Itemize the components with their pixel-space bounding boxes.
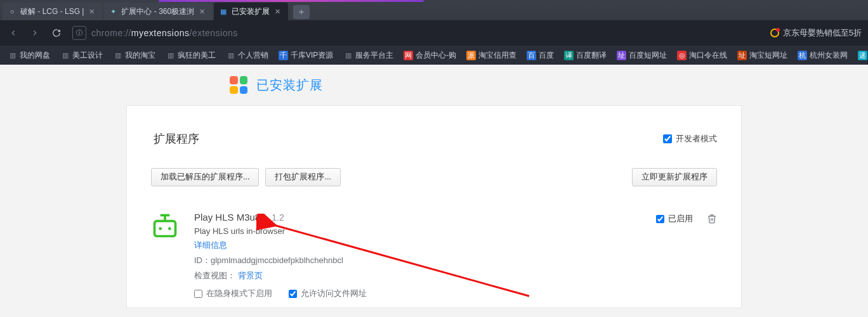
site-icon: 网 xyxy=(404,51,413,60)
promo-text: 京东母婴热销低至5折 xyxy=(783,27,862,39)
site-icon: 千 xyxy=(279,51,288,60)
bookmark-item[interactable]: 址淘宝短网址 xyxy=(733,48,791,63)
section-header: 扩展程序 开发者模式 xyxy=(151,131,717,146)
bookmarks-bar: ▥我的网盘▥美工设计▥我的淘宝▥疯狂的美工▥个人营销千千库VIP资源▥服务平台主… xyxy=(0,46,868,65)
browser-chrome: ○ 破解 - LCG - LSG | ✕ ✦ 扩展中心 - 360极速浏 ✕ ▦… xyxy=(0,0,868,65)
url-host: myextensions xyxy=(131,28,190,38)
incognito-toggle[interactable]: 在隐身模式下启用 xyxy=(194,288,272,299)
forward-button[interactable] xyxy=(27,25,43,41)
extensions-panel: 扩展程序 开发者模式 加载已解压的扩展程序... 打包扩展程序... 立即更新扩… xyxy=(126,105,742,308)
site-icon: 百 xyxy=(527,51,536,60)
bookmark-item[interactable]: 派淘宝信用查 xyxy=(463,48,520,63)
bookmark-item[interactable]: 址百度短网址 xyxy=(613,48,671,63)
id-value: glpmlmaddgjmccbidefpkblhchehnbcl xyxy=(211,256,343,265)
delete-icon[interactable] xyxy=(707,213,717,224)
extension-description: Play HLS urls in-browser xyxy=(194,226,600,236)
bookmark-label: 淘宝信用查 xyxy=(478,50,516,61)
close-icon[interactable]: ✕ xyxy=(273,8,282,16)
app-logo-icon xyxy=(230,76,247,94)
details-link[interactable]: 详细信息 xyxy=(194,240,227,250)
bookmark-label: 杭州女装网 xyxy=(810,50,848,61)
extensions-icon: ▦ xyxy=(219,7,228,16)
bookmark-label: 服务平台主 xyxy=(355,50,393,61)
promo-icon xyxy=(770,29,779,37)
update-extensions-button[interactable]: 立即更新扩展程序 xyxy=(632,168,717,186)
folder-icon: ▥ xyxy=(343,51,353,60)
tab-label: 扩展中心 - 360极速浏 xyxy=(121,6,194,17)
toolbar: ⓘ chrome://myextensions/extensions 京东母婴热… xyxy=(0,20,868,46)
extension-icon xyxy=(151,212,179,240)
bookmark-label: 百度翻译 xyxy=(576,50,607,61)
bookmark-label: 淘口令在线 xyxy=(689,50,727,61)
inspect-views-row: 检查视图： 背景页 xyxy=(194,270,600,281)
bookmark-item[interactable]: ◎淘口令在线 xyxy=(673,48,731,63)
tab-2[interactable]: ▦ 已安装扩展 ✕ xyxy=(214,3,288,20)
incognito-checkbox[interactable] xyxy=(194,290,202,298)
file-urls-checkbox[interactable] xyxy=(289,290,297,298)
tab-1[interactable]: ✦ 扩展中心 - 360极速浏 ✕ xyxy=(103,3,213,20)
enable-checkbox[interactable] xyxy=(656,215,664,223)
developer-mode-toggle[interactable]: 开发者模式 xyxy=(663,133,717,145)
page-title: 已安装扩展 xyxy=(256,77,323,94)
bookmark-label: 千库VIP资源 xyxy=(291,50,333,61)
back-button[interactable] xyxy=(5,25,22,41)
bookmark-item[interactable]: 千千库VIP资源 xyxy=(275,48,337,63)
extension-body: Play HLS M3u8 1.2 Play HLS urls in-brows… xyxy=(194,212,600,299)
folder-icon: ▥ xyxy=(166,51,175,60)
promo-link[interactable]: 京东母婴热销低至5折 xyxy=(770,27,863,39)
site-icon: 址 xyxy=(617,51,626,60)
bookmark-item[interactable]: 杭杭州女装网 xyxy=(794,48,852,63)
tab-label: 已安装扩展 xyxy=(232,6,270,17)
pack-extension-button[interactable]: 打包扩展程序... xyxy=(265,168,340,186)
page-header: 已安装扩展 xyxy=(0,65,868,105)
new-tab-button[interactable]: ＋ xyxy=(293,5,310,19)
bookmark-label: 美工设计 xyxy=(72,50,103,61)
close-icon[interactable]: ✕ xyxy=(198,8,206,16)
bookmark-item[interactable]: 递快递100-查 xyxy=(854,48,868,63)
reload-button[interactable] xyxy=(48,25,65,41)
inspect-label: 检查视图： xyxy=(194,271,235,280)
site-icon: 译 xyxy=(564,51,574,60)
tab-0[interactable]: ○ 破解 - LCG - LSG | ✕ xyxy=(3,3,102,20)
bookmark-item[interactable]: 网会员中心-购 xyxy=(400,48,460,63)
file-urls-label: 允许访问文件网址 xyxy=(301,288,367,299)
bookmark-label: 个人营销 xyxy=(238,50,268,61)
section-title: 扩展程序 xyxy=(151,131,199,146)
address-bar[interactable]: chrome://myextensions/extensions xyxy=(91,28,238,38)
page-content: 已安装扩展 扩展程序 开发者模式 加载已解压的扩展程序... 打包扩展程序...… xyxy=(0,65,868,308)
bookmark-item[interactable]: 百百度 xyxy=(523,48,558,63)
enable-toggle[interactable]: 已启用 xyxy=(656,213,693,224)
bookmark-label: 我的淘宝 xyxy=(125,50,155,61)
site-icon: 派 xyxy=(466,51,476,60)
bookmark-item[interactable]: ▥疯狂的美工 xyxy=(162,48,220,63)
bookmark-label: 疯狂的美工 xyxy=(178,50,216,61)
site-icon: ◎ xyxy=(677,51,687,60)
url-path: /extensions xyxy=(189,28,237,38)
close-icon[interactable]: ✕ xyxy=(88,8,96,16)
site-info-icon[interactable]: ⓘ xyxy=(72,26,86,40)
bookmark-item[interactable]: ▥我的网盘 xyxy=(4,48,54,63)
svg-rect-0 xyxy=(155,221,176,236)
folder-icon: ▥ xyxy=(113,51,122,60)
developer-mode-checkbox[interactable] xyxy=(663,134,672,143)
extension-name: Play HLS M3u8 xyxy=(194,212,260,223)
bookmark-item[interactable]: ▥服务平台主 xyxy=(339,48,397,63)
load-unpacked-button[interactable]: 加载已解压的扩展程序... xyxy=(151,168,259,186)
background-page-link[interactable]: 背景页 xyxy=(238,271,263,280)
bookmark-item[interactable]: ▥我的淘宝 xyxy=(109,48,159,63)
tab-strip: ○ 破解 - LCG - LSG | ✕ ✦ 扩展中心 - 360极速浏 ✕ ▦… xyxy=(0,0,868,20)
incognito-label: 在隐身模式下启用 xyxy=(206,288,272,299)
url-scheme: chrome:// xyxy=(91,28,131,38)
extension-title-row: Play HLS M3u8 1.2 xyxy=(194,212,600,223)
bookmark-item[interactable]: 译百度翻译 xyxy=(560,48,610,63)
svg-point-4 xyxy=(168,227,171,230)
bookmark-label: 百度 xyxy=(539,50,554,61)
site-icon: 址 xyxy=(737,51,747,60)
file-urls-toggle[interactable]: 允许访问文件网址 xyxy=(289,288,367,299)
bookmark-item[interactable]: ▥美工设计 xyxy=(56,48,107,63)
bookmark-item[interactable]: ▥个人营销 xyxy=(222,48,272,63)
bookmark-label: 百度短网址 xyxy=(629,50,667,61)
id-label: ID： xyxy=(194,256,211,265)
bookmark-label: 淘宝短网址 xyxy=(749,50,787,61)
favicon: ✦ xyxy=(109,7,117,16)
